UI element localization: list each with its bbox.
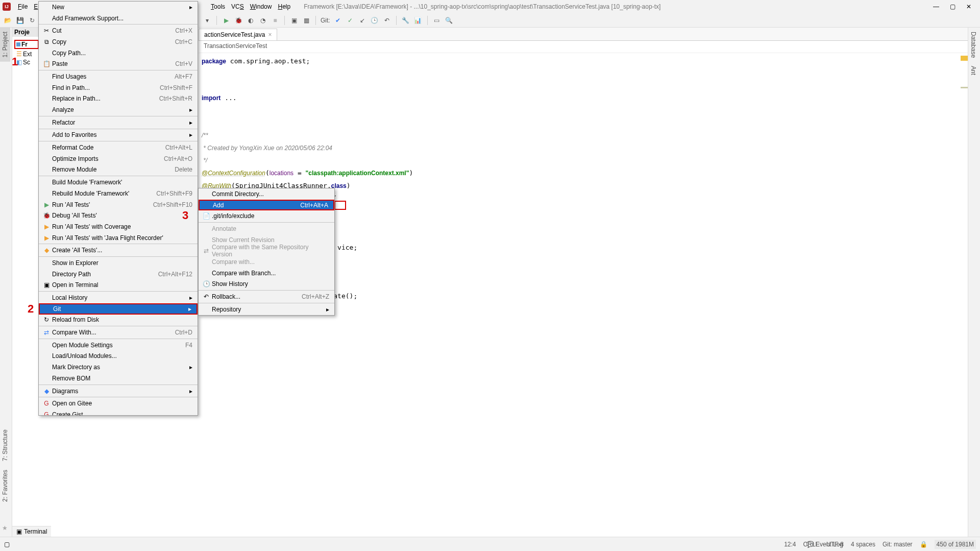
menu-help[interactable]: Help bbox=[275, 2, 293, 12]
layout-icon[interactable]: ▣ bbox=[289, 16, 299, 25]
menu-item[interactable]: 🐞Debug 'All Tests' bbox=[39, 210, 198, 221]
tab-structure[interactable]: 7: Structure bbox=[0, 425, 10, 465]
menu-item[interactable]: Local History▸ bbox=[39, 292, 198, 303]
menu-item[interactable]: ◆Diagrams▸ bbox=[39, 386, 198, 397]
menu-file[interactable]: FFileile bbox=[15, 2, 31, 12]
menu-item[interactable]: Commit Directory... bbox=[199, 188, 334, 200]
menu-item[interactable]: ▣Open in Terminal bbox=[39, 280, 198, 291]
stop-icon[interactable]: ■ bbox=[271, 16, 280, 25]
emulator-icon[interactable]: ▭ bbox=[432, 16, 442, 25]
menu-item[interactable]: Reformat CodeCtrl+Alt+L bbox=[39, 142, 198, 153]
menu-item[interactable]: Optimize ImportsCtrl+Alt+O bbox=[39, 153, 198, 164]
menu-item[interactable]: Add to Favorites▸ bbox=[39, 130, 198, 141]
close-icon[interactable]: ✕ bbox=[965, 3, 972, 10]
status-encoding[interactable]: UTF-8 bbox=[826, 541, 844, 548]
menu-item-label: Open in Terminal bbox=[52, 281, 192, 289]
save-icon[interactable]: 💾 bbox=[15, 16, 24, 25]
project-item-ext[interactable]: ☰ Ext bbox=[15, 50, 39, 58]
right-tool-gutter: Database Ant bbox=[968, 28, 980, 537]
menu-window[interactable]: Window bbox=[247, 2, 275, 12]
push-icon[interactable]: ✓ bbox=[346, 16, 355, 25]
menu-item[interactable]: ◆Create 'All Tests'... bbox=[39, 245, 198, 256]
tab-favorites[interactable]: 2: Favorites bbox=[0, 466, 10, 506]
status-indent[interactable]: 4 spaces bbox=[851, 541, 875, 548]
menu-item[interactable]: GCreate Gist... bbox=[39, 409, 198, 416]
open-icon[interactable]: 📂 bbox=[3, 16, 12, 25]
menu-item[interactable]: Rebuild Module 'Framework'Ctrl+Shift+F9 bbox=[39, 188, 198, 199]
tab-database[interactable]: Database bbox=[968, 28, 978, 62]
tab-ant[interactable]: Ant bbox=[968, 62, 978, 79]
menu-item[interactable]: Copy Path... bbox=[39, 47, 198, 59]
menu-item[interactable]: Build Module 'Framework' bbox=[39, 177, 198, 188]
menu-item-label: Copy bbox=[52, 38, 160, 45]
status-position[interactable]: 12:4 bbox=[784, 541, 796, 548]
nav-dropdown-icon[interactable]: ▾ bbox=[203, 16, 212, 25]
menu-item[interactable]: Load/Unload Modules... bbox=[39, 351, 198, 362]
menu-item[interactable]: ⧉CopyCtrl+C bbox=[39, 36, 198, 47]
menu-item[interactable]: GOpen on Gitee bbox=[39, 398, 198, 409]
editor-tab[interactable]: actionServiceTest.java × bbox=[199, 29, 277, 40]
menu-item[interactable]: ▶Run 'All Tests' with 'Java Flight Recor… bbox=[39, 232, 198, 244]
menu-item[interactable]: ⇄Compare With...Ctrl+D bbox=[39, 327, 198, 338]
menu-item-label: Create 'All Tests'... bbox=[52, 247, 192, 254]
menu-item[interactable]: Find UsagesAlt+F7 bbox=[39, 71, 198, 82]
layout2-icon[interactable]: ▦ bbox=[302, 16, 311, 25]
menu-item[interactable]: 📄.git/info/exclude bbox=[199, 210, 334, 222]
menu-item[interactable]: Remove ModuleDelete bbox=[39, 164, 198, 176]
menu-item[interactable]: Analyze▸ bbox=[39, 104, 198, 115]
wrench-icon[interactable]: 🔧 bbox=[401, 16, 410, 25]
menu-vcs[interactable]: VCS bbox=[228, 2, 247, 12]
structure-icon[interactable]: 📊 bbox=[413, 16, 423, 25]
status-branch[interactable]: Git: master bbox=[883, 541, 913, 548]
search-icon[interactable]: 🔍 bbox=[445, 16, 454, 25]
menu-item[interactable]: Show in Explorer bbox=[39, 257, 198, 269]
menu-item[interactable]: ▶Run 'All Tests'Ctrl+Shift+F10 bbox=[39, 199, 198, 210]
tab-project[interactable]: 1: Project bbox=[0, 28, 10, 62]
menu-item[interactable]: ↶Rollback...Ctrl+Alt+Z bbox=[199, 291, 334, 302]
menu-tools[interactable]: Tools bbox=[208, 2, 228, 12]
profiler-icon[interactable]: ◔ bbox=[258, 16, 267, 25]
menu-item[interactable]: Compare with Branch... bbox=[199, 268, 334, 279]
menu-item[interactable]: Mark Directory as▸ bbox=[39, 362, 198, 373]
menu-item[interactable]: Repository▸ bbox=[199, 304, 334, 315]
refresh-icon[interactable]: ↻ bbox=[28, 16, 37, 25]
minimize-icon[interactable]: — bbox=[933, 3, 940, 10]
menu-item[interactable]: ▶Run 'All Tests' with Coverage bbox=[39, 221, 198, 232]
tab-close-icon[interactable]: × bbox=[268, 31, 272, 38]
menu-item[interactable]: ✂CutCtrl+X bbox=[39, 25, 198, 36]
menu-item-label: Compare with the Same Repository Version bbox=[212, 244, 329, 258]
menu-item[interactable]: Add Framework Support... bbox=[39, 13, 198, 24]
menu-item[interactable]: Directory PathCtrl+Alt+F12 bbox=[39, 269, 198, 280]
coverage-icon[interactable]: ◐ bbox=[246, 16, 255, 25]
menu-item[interactable]: Git▸ bbox=[39, 303, 198, 315]
menu-item[interactable]: Replace in Path...Ctrl+Shift+R bbox=[39, 93, 198, 105]
update-icon[interactable]: ↙ bbox=[358, 16, 367, 25]
statusbar-toggle-icon[interactable]: ▢ bbox=[4, 541, 10, 548]
status-line-ending[interactable]: CRLF bbox=[803, 541, 819, 548]
run-icon[interactable]: ▶ bbox=[222, 16, 231, 25]
rollback-icon[interactable]: ↶ bbox=[382, 16, 391, 25]
submenu-arrow-icon: ▸ bbox=[189, 131, 192, 138]
breadcrumb[interactable]: TransactionServiceTest bbox=[199, 41, 968, 53]
star-icon[interactable]: ★ bbox=[2, 524, 8, 532]
commit-icon[interactable]: ✔ bbox=[333, 16, 342, 25]
debug-icon[interactable]: 🐞 bbox=[234, 16, 243, 25]
menu-item[interactable]: AddCtrl+Alt+A bbox=[199, 200, 334, 211]
status-lock-icon[interactable]: 🔒 bbox=[920, 541, 927, 548]
menu-item[interactable]: ↻Reload from Disk bbox=[39, 315, 198, 326]
menu-item[interactable]: Find in Path...Ctrl+Shift+F bbox=[39, 82, 198, 93]
menu-item[interactable]: 🕒Show History bbox=[199, 279, 334, 290]
maximize-icon[interactable]: ▢ bbox=[949, 3, 956, 10]
project-item-sc[interactable]: ◧ Sc bbox=[15, 58, 39, 66]
menu-item[interactable]: New▸ bbox=[39, 2, 198, 13]
terminal-tab[interactable]: ▣ Terminal bbox=[12, 526, 51, 537]
project-item-framework[interactable]: Fr bbox=[14, 40, 39, 49]
menu-item[interactable]: Remove BOM bbox=[39, 373, 198, 384]
history-icon[interactable]: 🕒 bbox=[370, 16, 379, 25]
menu-item[interactable]: Refactor▸ bbox=[39, 117, 198, 128]
menu-item[interactable]: 📋PasteCtrl+V bbox=[39, 58, 198, 69]
git-label: Git: bbox=[321, 17, 330, 24]
project-header[interactable]: Proje bbox=[12, 28, 39, 37]
menu-item[interactable]: Open Module SettingsF4 bbox=[39, 340, 198, 351]
status-memory[interactable]: 450 of 1981M bbox=[935, 540, 976, 549]
